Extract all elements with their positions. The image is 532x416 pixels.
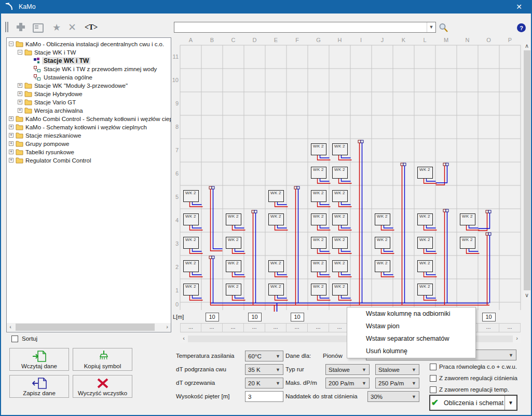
tree-item[interactable]: +KaMo - Schematy kotłowni i węzłów ciepl… — [7, 123, 171, 131]
column-options-button[interactable]: ... — [223, 323, 244, 332]
column-options-button[interactable]: ... — [478, 323, 499, 332]
expand-icon[interactable]: + — [9, 133, 13, 138]
tree-item-label[interactable]: KaMo Combi Control - Schematy kotłowni i… — [24, 115, 171, 123]
wk-station-symbol[interactable]: WK 2 — [311, 213, 326, 225]
pipe-type-supply-combo[interactable]: Stalowe▼ — [375, 364, 419, 375]
context-menu-item-wstaw-separator-schemat-w[interactable]: Wstaw separator schematów — [347, 332, 475, 345]
wk-station-symbol[interactable]: WK 2 — [375, 260, 390, 272]
expand-icon[interactable]: + — [18, 83, 22, 88]
add-icon[interactable] — [17, 23, 25, 31]
max-dp-risers-combo[interactable]: 200 Pa/m▼ — [325, 378, 370, 388]
wk-station-symbol[interactable]: WK 2 — [226, 237, 241, 249]
wk-station-symbol[interactable]: WK 2 — [332, 260, 348, 272]
option-checkbox[interactable] — [430, 375, 436, 382]
wk-station-symbol[interactable]: WK 2 — [375, 237, 390, 249]
option-checkbox[interactable] — [430, 386, 436, 393]
wk-station-symbol[interactable]: WK 2 — [375, 213, 390, 225]
option-checkbox[interactable] — [430, 364, 436, 370]
expand-icon[interactable]: + — [18, 100, 22, 104]
column-options-button[interactable]: ... — [201, 323, 223, 332]
wk-station-symbol[interactable]: WK 2 — [311, 167, 326, 179]
wk-station-symbol[interactable]: WK 2 — [311, 143, 326, 155]
pipe-type-risers-combo[interactable]: Stalowe▼ — [325, 364, 370, 375]
wk-station-symbol[interactable]: WK 2 — [183, 190, 199, 202]
chevron-down-icon[interactable]: ▼ — [427, 22, 435, 32]
tree-item-label[interactable]: Tabelki rysunkowe — [24, 149, 76, 156]
collapse-icon[interactable]: − — [9, 42, 13, 46]
close-icon[interactable]: ✕ — [509, 0, 529, 14]
wk-station-symbol[interactable]: WK 2 — [332, 213, 348, 225]
column-options-button[interactable]: ... — [308, 323, 329, 332]
tree-item[interactable]: +Regulator Combi Control — [7, 156, 171, 165]
tree-item[interactable]: +Stacje Vario GT — [7, 98, 171, 106]
tree-item-label[interactable]: Grupy pompowe — [24, 140, 71, 147]
canvas-vscrollbar[interactable]: ∧∨ — [523, 42, 531, 300]
scroll-right-icon[interactable]: › — [513, 335, 521, 342]
wk-station-symbol[interactable]: WK 2 — [417, 260, 433, 272]
column-options-button[interactable]: ... — [287, 323, 308, 332]
tree-item[interactable]: +Stacje mieszkaniowe — [7, 131, 171, 140]
scrollbar-thumb[interactable] — [16, 324, 155, 331]
tree-item-label[interactable]: KaMo - Schematy kotłowni i węzłów ciepln… — [24, 124, 148, 131]
tree-item-label[interactable]: Stacje WK i TW z przewodem zimnej wody — [42, 65, 158, 73]
floor-height-input[interactable]: 3 — [245, 391, 283, 402]
wk-station-symbol[interactable]: WK 2 — [226, 284, 241, 296]
wyczy-wczystko-button[interactable]: Wyczyść wczystko — [73, 375, 132, 398]
wk-station-symbol[interactable]: WK 2 — [311, 284, 326, 296]
tree-item[interactable]: +Grupy pompowe — [7, 140, 171, 148]
wk-station-symbol[interactable]: WK 2 — [268, 260, 284, 272]
expand-icon[interactable]: + — [9, 141, 13, 146]
wk-station-symbol[interactable]: WK 2 — [417, 284, 433, 296]
dt-dhw-combo[interactable]: 35 K▼ — [245, 364, 283, 375]
tree-item[interactable]: +Stacje WK "Moduły 3-przewodowe" — [7, 82, 171, 90]
context-menu-item-wstaw-pion[interactable]: Wstaw pion — [347, 320, 475, 332]
tree-item-label[interactable]: Stacje WK i TW — [42, 57, 90, 64]
tree-item-label[interactable]: Stacje mieszkaniowe — [24, 132, 83, 139]
wczytaj-dane-button[interactable]: Wczytaj dane — [9, 348, 69, 371]
tree-item[interactable]: +Stacje Hybrydowe — [7, 90, 171, 98]
wk-station-symbol[interactable]: WK 2 — [417, 213, 433, 225]
tree-item-label[interactable]: Regulator Combi Control — [24, 157, 93, 164]
context-menu-item-wstaw-kolumn-na-odbiorniki[interactable]: Wstaw kolumnę na odbiorniki — [347, 307, 475, 320]
column-options-button[interactable]: ... — [499, 323, 521, 332]
calculate-button[interactable]: ✔ Obliczenia i schemat ▼ — [429, 395, 517, 411]
wk-station-symbol[interactable]: WK 2 — [417, 237, 433, 249]
wk-station-symbol[interactable]: WK 2 — [311, 237, 326, 249]
pipe-length-value[interactable]: 10 — [206, 313, 219, 321]
wk-station-symbol[interactable]: WK 2 — [183, 284, 199, 296]
pipe-length-value[interactable]: 10 — [291, 313, 304, 321]
tree-item-label[interactable]: KaMo - Obliczenia instalacji decentralny… — [24, 41, 166, 48]
supply-temp-combo[interactable]: 60°C▼ — [245, 351, 283, 361]
tree-item-label[interactable]: Stacje WK "Moduły 3-przewodowe" — [33, 82, 129, 89]
wk-station-symbol[interactable]: WK 2 — [183, 213, 199, 225]
tree-item[interactable]: Ustawienia ogólne — [7, 73, 171, 82]
wk-station-symbol[interactable]: WK 2 — [332, 143, 348, 155]
wk-station-symbol[interactable]: WK 2 — [268, 284, 284, 296]
wk-station-symbol[interactable]: WK 2 — [183, 237, 199, 249]
wk-station-symbol[interactable]: WK 2 — [332, 190, 348, 202]
pipe-length-value[interactable]: 10 — [482, 313, 496, 321]
search-icon[interactable] — [439, 23, 448, 33]
collapse-icon[interactable]: − — [18, 50, 22, 55]
scroll-right-icon[interactable]: › — [163, 324, 171, 331]
wk-station-symbol[interactable]: WK 2 — [226, 213, 241, 225]
wk-station-symbol[interactable]: WK 2 — [332, 237, 348, 249]
wk-station-symbol[interactable]: WK 2 — [332, 284, 348, 296]
wk-station-symbol[interactable]: WK 2 — [268, 213, 284, 225]
wk-station-symbol[interactable]: WK 2 — [460, 213, 475, 225]
wk-station-symbol[interactable]: WK 2 — [332, 167, 348, 179]
wk-station-symbol[interactable]: WK 2 — [417, 167, 433, 179]
scroll-down-icon[interactable]: ∨ — [523, 292, 530, 299]
tree-item[interactable]: −Stacje WK i TW — [7, 48, 171, 57]
pressure-surcharge-combo[interactable]: 30%▼ — [367, 391, 419, 402]
expand-icon[interactable]: + — [9, 150, 13, 154]
wk-station-symbol[interactable]: WK 2 — [268, 190, 284, 202]
wk-station-symbol[interactable]: WK 2 — [226, 260, 241, 272]
expand-icon[interactable]: + — [9, 158, 13, 163]
sort-checkbox[interactable] — [11, 336, 18, 342]
scroll-left-icon[interactable]: ‹ — [7, 324, 14, 331]
pipe-length-value[interactable]: 10 — [248, 313, 262, 321]
scrollbar-thumb[interactable] — [524, 50, 530, 290]
dt-heating-combo[interactable]: 20 K▼ — [245, 378, 283, 388]
tree-item-label[interactable]: Ustawienia ogólne — [42, 74, 94, 81]
